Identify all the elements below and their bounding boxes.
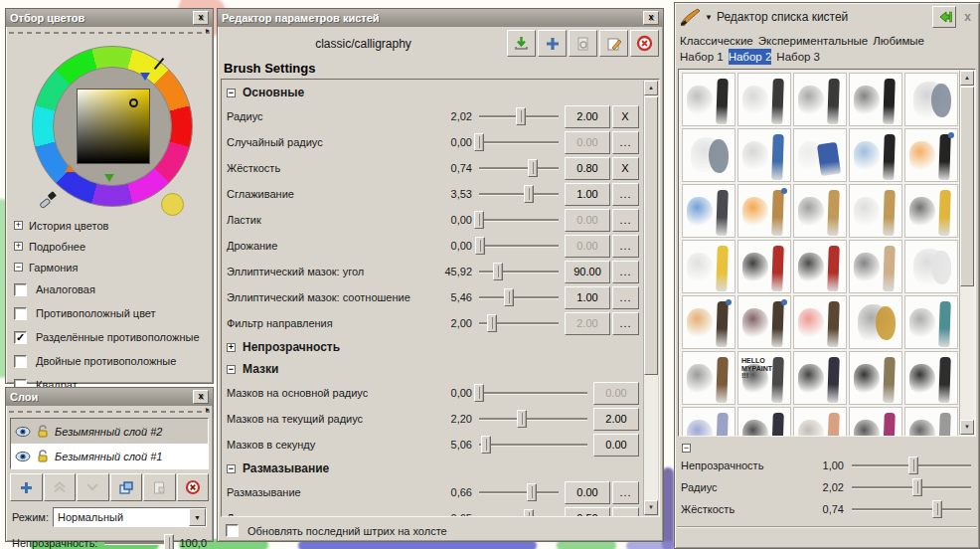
input-mapping-button[interactable]: ... (612, 312, 639, 335)
tab-Классические[interactable]: Классические (680, 33, 753, 49)
harmony-option[interactable]: ✓Разделённые противоположные (6, 325, 213, 349)
setting-slider[interactable] (477, 409, 589, 429)
base-value-button[interactable]: 0.00 (565, 131, 610, 154)
setting-slider[interactable] (477, 236, 561, 256)
layer-row[interactable]: Безымянный слой #1 (11, 444, 208, 468)
brush-editor-titlebar[interactable]: Редактор параметров кистей x (218, 9, 663, 27)
settings-scrollbar[interactable]: ▲ ▼ (643, 81, 658, 515)
slider-thumb[interactable] (516, 107, 526, 125)
eyedropper-icon[interactable] (38, 189, 58, 209)
quick-setting-slider[interactable] (850, 499, 973, 519)
checkbox[interactable]: ✓ (14, 331, 27, 344)
clear-input-button[interactable]: X (612, 157, 639, 180)
brush-tile[interactable] (849, 295, 902, 349)
tab-Набор 1[interactable]: Набор 1 (680, 49, 724, 65)
brush-tile[interactable] (793, 184, 847, 238)
expander-open-icon[interactable]: − (227, 89, 236, 97)
slider-thumb[interactable] (164, 534, 174, 549)
brush-tile[interactable] (737, 73, 791, 126)
setting-slider[interactable] (477, 435, 589, 455)
base-value-button[interactable]: 2.00 (565, 312, 610, 335)
slider-thumb[interactable] (527, 483, 537, 501)
tab-Экспериментальные[interactable]: Экспериментальные (758, 33, 869, 49)
quick-setting-slider[interactable] (850, 477, 973, 497)
expander-История цветов[interactable]: +История цветов (6, 215, 213, 236)
input-mapping-button[interactable]: ... (612, 183, 639, 206)
brush-tile[interactable] (904, 240, 958, 293)
base-value-button[interactable]: 2.00 (593, 408, 639, 431)
delete-brush-button[interactable] (630, 30, 659, 57)
brush-tile[interactable] (904, 295, 958, 349)
close-icon[interactable]: x (193, 11, 209, 25)
input-mapping-button[interactable]: ... (612, 209, 639, 232)
brush-tile[interactable] (793, 73, 847, 126)
quick-setting-slider[interactable] (850, 456, 973, 475)
expander-closed-icon[interactable]: + (14, 221, 23, 230)
scrollbar-thumb[interactable] (960, 87, 974, 286)
harmony-option[interactable]: Аналоговая (6, 277, 213, 301)
brush-tile[interactable] (849, 240, 902, 293)
brush-tile[interactable]: HELLO MYPAINT !!! (737, 351, 791, 405)
scroll-down-icon[interactable]: ▼ (644, 500, 658, 515)
slider-thumb[interactable] (524, 509, 534, 517)
chevron-down-icon[interactable]: ▼ (189, 508, 206, 526)
expander-Гармония[interactable]: −Гармония (6, 257, 213, 277)
slider-thumb[interactable] (524, 185, 534, 203)
brush-tile[interactable] (904, 351, 958, 405)
brush-tile[interactable] (682, 351, 735, 405)
clear-input-button[interactable]: X (612, 105, 639, 128)
color-marker-icon[interactable] (129, 98, 138, 107)
brush-tile[interactable] (737, 295, 791, 349)
panel-menu-icon[interactable]: ▼ (705, 13, 713, 22)
brush-tile[interactable] (682, 240, 735, 293)
rename-brush-button[interactable] (599, 30, 628, 57)
layer-opacity-slider[interactable] (102, 533, 174, 549)
collapse-handle[interactable]: ▸ (9, 407, 210, 416)
slider-thumb[interactable] (474, 211, 484, 229)
brush-tile[interactable] (737, 407, 791, 437)
brush-tile[interactable] (793, 295, 847, 349)
lock-icon[interactable] (36, 425, 50, 439)
scroll-up-icon[interactable]: ▲ (644, 81, 658, 95)
base-value-button[interactable]: 0.80 (565, 157, 610, 180)
slider-thumb[interactable] (932, 500, 942, 518)
expander-open-icon[interactable]: − (227, 365, 236, 374)
quick-settings-expander[interactable]: − (682, 444, 691, 453)
save-brush-button[interactable] (507, 30, 536, 57)
dock-panel-button[interactable] (932, 6, 956, 28)
brush-tile[interactable] (737, 184, 791, 238)
slider-thumb[interactable] (474, 133, 484, 151)
raise-layer-button[interactable] (44, 473, 77, 501)
base-value-button[interactable]: 0.00 (565, 235, 610, 258)
add-brush-button[interactable] (538, 30, 567, 57)
setting-slider[interactable] (477, 158, 561, 178)
tab-Набор 2[interactable]: Набор 2 (729, 49, 772, 65)
input-mapping-button[interactable]: ... (612, 286, 639, 309)
delete-layer-button[interactable] (177, 473, 210, 501)
slider-thumb[interactable] (528, 159, 538, 177)
input-mapping-button[interactable]: ... (612, 261, 639, 283)
visibility-eye-icon[interactable] (15, 451, 31, 462)
slider-thumb[interactable] (504, 288, 514, 306)
input-mapping-button[interactable]: ... (612, 131, 639, 154)
slider-thumb[interactable] (912, 478, 922, 496)
brush-tile[interactable] (904, 184, 958, 238)
brush-tile[interactable] (682, 407, 735, 437)
lower-layer-button[interactable] (77, 473, 109, 501)
layer-row[interactable]: Безымянный слой #2 (11, 419, 208, 444)
slider-thumb[interactable] (517, 410, 527, 428)
brush-tile[interactable] (849, 184, 902, 238)
input-mapping-button[interactable]: ... (612, 235, 639, 258)
visibility-eye-icon[interactable] (15, 426, 31, 438)
collapse-handle[interactable]: ▸ (9, 28, 210, 37)
base-value-button[interactable]: 0.00 (593, 434, 639, 457)
checkbox[interactable] (14, 355, 27, 368)
setting-slider[interactable] (477, 132, 561, 152)
setting-slider[interactable] (477, 210, 561, 230)
close-icon[interactable]: x (193, 390, 209, 404)
setting-slider[interactable] (477, 262, 561, 281)
harmony-option[interactable]: Противоположный цвет (6, 301, 213, 325)
scroll-up-icon[interactable]: ▲ (960, 71, 974, 86)
brush-tile[interactable] (793, 128, 847, 182)
base-value-button[interactable]: 0.00 (565, 481, 610, 504)
